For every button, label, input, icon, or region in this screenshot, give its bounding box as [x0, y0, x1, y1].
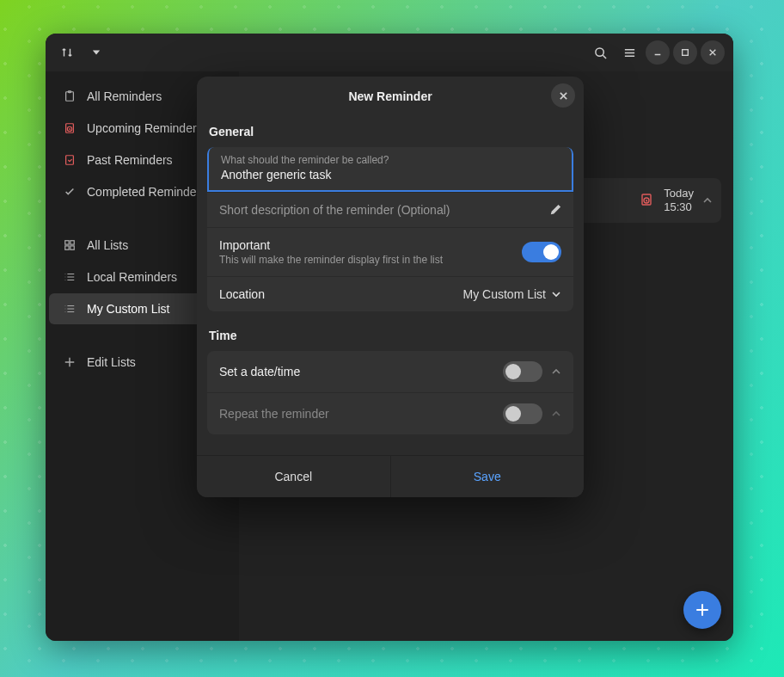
pencil-icon — [549, 204, 561, 216]
location-row[interactable]: Location My Custom List — [207, 276, 573, 311]
search-button[interactable] — [587, 40, 613, 65]
chevron-up-icon — [702, 195, 713, 206]
clipboard-clock-icon — [640, 193, 655, 208]
svg-rect-10 — [70, 246, 74, 249]
dialog-close-button[interactable] — [551, 83, 575, 108]
clipboard-clock-icon — [63, 121, 77, 135]
titlebar — [46, 34, 733, 71]
set-datetime-label: Set a date/time — [219, 365, 300, 379]
repeat-toggle[interactable] — [503, 403, 542, 424]
location-value: My Custom List — [463, 287, 546, 301]
set-datetime-row: Set a date/time — [207, 351, 573, 392]
sidebar-item-label: Upcoming Reminders — [87, 121, 203, 135]
section-general: General — [207, 120, 573, 147]
sidebar-item-label: Local Reminders — [87, 270, 177, 284]
list-icon — [63, 302, 77, 316]
clipboard-past-icon — [63, 153, 77, 167]
chevron-down-icon — [551, 289, 561, 299]
save-button[interactable]: Save — [391, 456, 585, 497]
important-label: Important — [219, 238, 443, 252]
chevron-up-icon[interactable] — [551, 366, 561, 377]
name-hint: What should the reminder be called? — [221, 154, 560, 166]
set-datetime-toggle[interactable] — [503, 361, 542, 382]
important-row: Important This will make the reminder di… — [207, 227, 573, 276]
svg-rect-1 — [683, 50, 689, 56]
grid-icon — [63, 238, 77, 252]
sidebar-item-label: Edit Lists — [87, 355, 136, 369]
svg-point-0 — [595, 47, 603, 55]
repeat-label: Repeat the reminder — [219, 407, 329, 421]
app-window: All Reminders Upcoming Reminders Past Re… — [46, 34, 733, 641]
repeat-row: Repeat the reminder — [207, 392, 573, 434]
description-row[interactable]: Short description of the reminder (Optio… — [207, 192, 573, 227]
sidebar-item-label: Completed Reminders — [87, 185, 206, 199]
add-reminder-fab[interactable] — [683, 591, 721, 629]
cancel-button[interactable]: Cancel — [197, 456, 391, 497]
svg-rect-9 — [65, 246, 69, 249]
sidebar-item-label: All Lists — [87, 238, 128, 252]
clipboard-icon — [63, 89, 77, 103]
section-time: Time — [207, 323, 573, 351]
window-maximize[interactable] — [673, 40, 697, 65]
sort-dropdown[interactable] — [83, 40, 109, 65]
window-minimize[interactable] — [646, 40, 670, 65]
description-placeholder: Short description of the reminder (Optio… — [219, 203, 450, 217]
svg-rect-2 — [66, 92, 74, 102]
new-reminder-dialog: New Reminder General What should the rem… — [197, 77, 584, 497]
important-toggle[interactable] — [522, 242, 561, 262]
sidebar-item-label: Past Reminders — [87, 153, 173, 167]
window-close[interactable] — [701, 40, 725, 65]
plus-icon — [63, 355, 77, 369]
svg-rect-8 — [70, 241, 74, 244]
check-icon — [63, 185, 77, 199]
sidebar-item-label: All Reminders — [87, 89, 162, 103]
sidebar-item-label: My Custom List — [87, 302, 169, 316]
svg-rect-7 — [65, 241, 69, 244]
important-sub: This will make the reminder display firs… — [219, 254, 443, 266]
task-time: 15:30 — [664, 200, 694, 214]
chevron-up-icon — [551, 409, 561, 419]
dialog-title: New Reminder — [348, 89, 432, 103]
list-icon — [63, 270, 77, 284]
svg-rect-6 — [66, 156, 74, 165]
hamburger-menu[interactable] — [616, 40, 642, 65]
sort-button[interactable] — [54, 40, 80, 65]
reminder-name-input[interactable] — [221, 168, 560, 182]
task-day: Today — [664, 187, 694, 200]
name-field-row[interactable]: What should the reminder be called? — [207, 147, 573, 192]
location-label: Location — [219, 287, 265, 301]
